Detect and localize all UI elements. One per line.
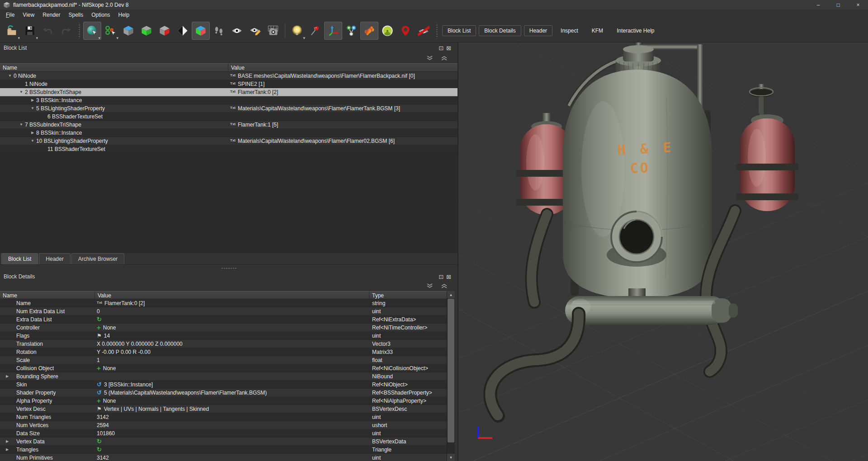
block-details-row[interactable]: TranslationX 0.000000 Y 0.000000 Z 0.000…: [0, 340, 447, 348]
expander-open-icon[interactable]: ▼: [29, 137, 36, 145]
scrollbar-thumb[interactable]: [448, 299, 454, 442]
block-list-row[interactable]: ▼5 BSLightingShaderPropertyTxtMaterials\…: [0, 104, 458, 113]
marker-icon[interactable]: [396, 22, 415, 40]
open-file-icon[interactable]: ▾: [3, 22, 21, 40]
block-details-row[interactable]: RotationY -0.00 P 0.00 R -0.00Matrix33: [0, 348, 447, 356]
field-value[interactable]: ↺5 (Materials\CapitalWasteland\weapons\F…: [95, 389, 369, 396]
expander-open-icon[interactable]: ▼: [18, 121, 25, 128]
toolbar-button-block-list[interactable]: Block List: [442, 25, 476, 36]
block-details-row[interactable]: ▶Bounding SphereNiBound: [0, 372, 447, 381]
block-details-row[interactable]: Controller+NoneRef<NiTimeController>: [0, 324, 447, 332]
close-panel-icon[interactable]: ⊠: [446, 45, 451, 51]
column-header-name[interactable]: Name: [0, 64, 228, 71]
field-value[interactable]: ↻: [95, 446, 369, 453]
block-details-row[interactable]: Data Size101860uint: [0, 429, 447, 437]
field-value[interactable]: X 0.000000 Y 0.000000 Z 0.000000: [95, 340, 369, 348]
pin-icon[interactable]: [306, 22, 324, 40]
block-list-row[interactable]: ▼0 NiNodeTxtBASE meshes\CapitalWasteland…: [0, 72, 458, 80]
block-list-row[interactable]: ▶3 BSSkin::Instance: [0, 96, 458, 104]
expand-all-icon[interactable]: [441, 283, 448, 290]
block-details-row[interactable]: Collision Object+NoneRef<NiCollisionObje…: [0, 364, 447, 372]
eye-edit-icon[interactable]: [246, 22, 264, 40]
field-value[interactable]: 101860: [95, 429, 369, 437]
block-details-row[interactable]: Num Triangles3142uint: [0, 413, 447, 421]
panel-splitter[interactable]: [0, 265, 458, 271]
field-value[interactable]: 1: [95, 356, 369, 364]
menu-file[interactable]: File: [2, 11, 19, 19]
menu-view[interactable]: View: [19, 11, 38, 19]
menu-render[interactable]: Render: [38, 11, 64, 19]
close-panel-icon[interactable]: ⊠: [446, 274, 451, 280]
expander-closed-icon[interactable]: ▶: [4, 446, 11, 453]
block-list-row[interactable]: ▼2 BSSubIndexTriShapeTxtFlamerTank:0 [2]: [0, 88, 458, 96]
toolbar-button-interactive-help[interactable]: Interactive Help: [611, 25, 660, 36]
block-details-row[interactable]: Num Extra Data List0uint: [0, 307, 447, 315]
block-details-row[interactable]: NameTxtFlamerTank:0 [2]string: [0, 299, 447, 307]
block-details-row[interactable]: Alpha Property+NoneRef<NiAlphaProperty>: [0, 397, 447, 405]
cube-blue-top-icon[interactable]: [119, 22, 137, 40]
menu-options[interactable]: Options: [87, 11, 114, 19]
column-header-name[interactable]: Name: [0, 292, 95, 299]
select-vertex-icon[interactable]: ▾: [101, 22, 119, 40]
textured-cube-icon[interactable]: [192, 22, 210, 40]
save-icon[interactable]: ▾: [21, 22, 39, 40]
3d-viewport[interactable]: H & E CO: [458, 42, 868, 461]
axes-icon[interactable]: [324, 22, 342, 40]
field-value[interactable]: 2594: [95, 421, 369, 429]
expander-closed-icon[interactable]: ▶: [29, 96, 36, 104]
tab-header[interactable]: Header: [39, 253, 70, 264]
field-value[interactable]: ↺3 [BSSkin::Instance]: [95, 381, 369, 388]
close-button[interactable]: ×: [848, 0, 868, 10]
field-value[interactable]: ⚑14: [95, 332, 369, 339]
expander-open-icon[interactable]: ▼: [18, 88, 25, 96]
eye-icon[interactable]: [228, 22, 246, 40]
titlebar[interactable]: flamerbackpackpamod.nif* - NifSkope 2.0 …: [0, 0, 868, 10]
cube-green-icon[interactable]: [137, 22, 156, 40]
screenshot-icon[interactable]: [264, 22, 282, 40]
nodes-icon[interactable]: [342, 22, 360, 40]
column-header-value[interactable]: Value: [95, 292, 369, 299]
field-value[interactable]: +None: [95, 324, 369, 331]
field-value[interactable]: [95, 372, 369, 380]
collapse-all-icon[interactable]: [426, 56, 433, 62]
block-list-row[interactable]: 1 NiNodeTxtSPINE2 [1]: [0, 80, 458, 88]
expander-closed-icon[interactable]: ▶: [4, 437, 11, 445]
block-details-row[interactable]: Extra Data List↻Ref<NiExtraData>: [0, 315, 447, 324]
block-details-row[interactable]: Scale1float: [0, 356, 447, 364]
footprints-icon[interactable]: [210, 22, 228, 40]
expander-closed-icon[interactable]: ▶: [29, 129, 36, 136]
block-details-row[interactable]: Flags⚑14uint: [0, 332, 447, 340]
toolbar-button-inspect[interactable]: Inspect: [555, 25, 584, 36]
tab-archive-browser[interactable]: Archive Browser: [71, 253, 124, 264]
field-value[interactable]: 3142: [95, 413, 369, 421]
block-details-row[interactable]: ▶Triangles↻Triangle: [0, 446, 447, 454]
block-details-row[interactable]: Shader Property↺5 (Materials\CapitalWast…: [0, 389, 447, 397]
block-list-row[interactable]: 6 BSShaderTextureSet: [0, 113, 458, 121]
expander-open-icon[interactable]: ▼: [29, 104, 36, 112]
culling-icon[interactable]: [378, 22, 396, 40]
block-details-row[interactable]: ▶Vertex Data↻BSVertexData: [0, 437, 447, 446]
block-details-row[interactable]: Num Primitives3142uint: [0, 454, 447, 461]
toolbar-button-kfm[interactable]: KFM: [586, 25, 609, 36]
expander-closed-icon[interactable]: ▶: [4, 372, 11, 380]
column-header-value[interactable]: Value: [228, 64, 458, 71]
block-list-row[interactable]: ▼10 BSLightingShaderPropertyTxtMaterials…: [0, 137, 458, 145]
field-value[interactable]: ↻: [95, 437, 369, 445]
bones-icon[interactable]: [360, 22, 378, 40]
field-value[interactable]: TxtFlamerTank:0 [2]: [95, 299, 369, 307]
block-details-row[interactable]: Vertex Desc⚑Vertex | UVs | Normals | Tan…: [0, 405, 447, 413]
hide-icon[interactable]: [415, 22, 433, 40]
cube-red-edge-icon[interactable]: [156, 22, 174, 40]
field-value[interactable]: 0: [95, 307, 369, 315]
lighting-icon[interactable]: ▾: [288, 22, 306, 40]
field-value[interactable]: +None: [95, 364, 369, 372]
field-value[interactable]: 3142: [95, 454, 369, 461]
expander-open-icon[interactable]: ▼: [6, 72, 14, 80]
menu-spells[interactable]: Spells: [65, 11, 88, 19]
column-header-type[interactable]: Type: [369, 292, 447, 299]
minimize-button[interactable]: –: [808, 0, 828, 10]
maximize-button[interactable]: □: [828, 0, 848, 10]
block-details-row[interactable]: Num Vertices2594ushort: [0, 421, 447, 429]
collapse-all-icon[interactable]: [426, 283, 433, 290]
field-value[interactable]: ↻: [95, 315, 369, 323]
